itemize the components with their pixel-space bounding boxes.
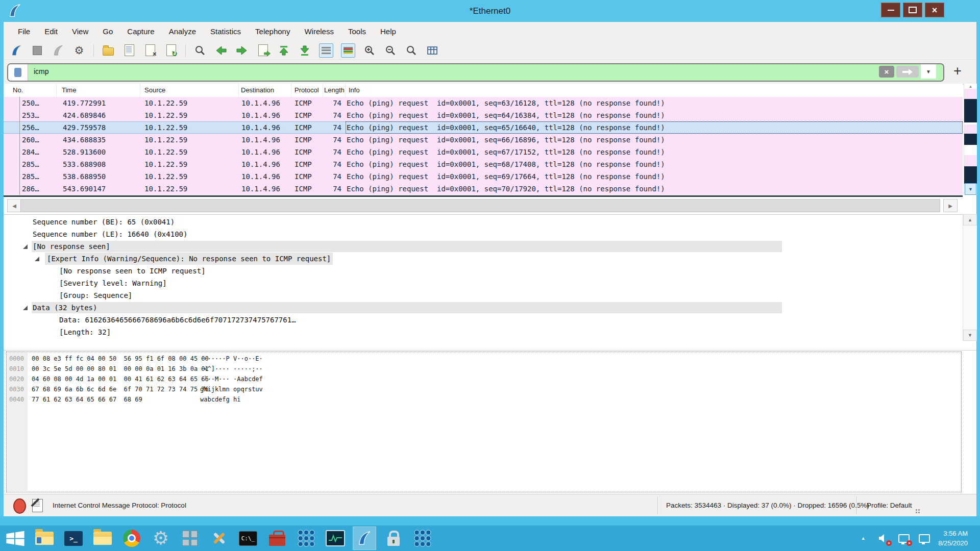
menu-capture[interactable]: Capture <box>120 22 161 41</box>
maximize-button[interactable] <box>903 3 922 17</box>
taskbar-registry-editor-icon[interactable] <box>179 527 201 549</box>
volume-muted-icon[interactable]: × <box>877 532 890 545</box>
taskbar-chrome-icon[interactable] <box>120 527 143 549</box>
column-header-source[interactable]: Source <box>140 84 239 97</box>
column-header-time[interactable]: Time <box>57 84 140 97</box>
menu-analyze[interactable]: Analyze <box>162 22 203 41</box>
zoom-in-icon[interactable] <box>363 44 376 57</box>
first-packet-icon[interactable] <box>277 44 290 57</box>
filter-apply-icon[interactable] <box>896 66 919 78</box>
detail-line[interactable]: Sequence number (LE): 16640 (0x4100) <box>4 228 963 240</box>
column-header-destination[interactable]: Destination <box>239 84 291 97</box>
detail-line[interactable]: [Expert Info (Warning/Sequence): No resp… <box>4 253 963 265</box>
close-button[interactable]: × <box>925 3 944 17</box>
taskbar-toolbox-icon[interactable] <box>266 527 288 549</box>
column-header-info[interactable]: Info <box>346 84 963 97</box>
reload-file-icon[interactable]: ↻ <box>164 44 178 57</box>
taskbar-command-prompt-icon[interactable]: C:\_ <box>237 527 259 549</box>
packet-row[interactable]: 253…424.68984610.1.22.5910.1.4.96ICMP74E… <box>4 109 963 121</box>
packet-row[interactable]: 286…543.69014710.1.22.5910.1.4.96ICMP74E… <box>4 183 963 195</box>
start-button[interactable] <box>4 527 27 549</box>
detail-line[interactable]: [No response seen] <box>4 240 963 253</box>
expander-icon[interactable] <box>23 306 28 310</box>
detail-line[interactable]: [Group: Sequence] <box>4 289 963 302</box>
taskbar-clock[interactable]: 3:56 AM 8/25/2020 <box>938 529 973 548</box>
packet-row[interactable]: 250…419.77299110.1.22.5910.1.4.96ICMP74E… <box>4 97 963 109</box>
network-disconnected-icon[interactable]: × <box>897 532 911 545</box>
minimize-button[interactable] <box>881 3 900 17</box>
menu-wireless[interactable]: Wireless <box>297 22 341 41</box>
restart-capture-icon[interactable] <box>52 44 65 57</box>
packet-list-scrollbar[interactable]: ▲ ▼ <box>964 84 977 195</box>
column-header-length[interactable]: Length <box>323 84 346 97</box>
hex-row[interactable]: 000000 08 e3 ff fc 04 00 50 56 95 f1 6f … <box>4 354 976 364</box>
detail-scrollbar[interactable]: ▲ ▼ <box>963 214 977 341</box>
packet-row[interactable]: 284…528.91360010.1.22.5910.1.4.96ICMP74E… <box>4 146 963 158</box>
packet-row[interactable]: 260…434.68883510.1.22.5910.1.4.96ICMP74E… <box>4 134 963 146</box>
taskbar-app-grid-2-icon[interactable] <box>411 527 434 549</box>
next-packet-icon[interactable] <box>235 44 249 57</box>
taskbar-app-grid-icon[interactable] <box>295 527 317 549</box>
last-packet-icon[interactable] <box>298 44 311 57</box>
menu-edit[interactable]: Edit <box>37 22 65 41</box>
scroll-up-icon[interactable]: ▲ <box>964 84 977 89</box>
display-filter-input[interactable]: icmp × ▼ <box>7 63 944 82</box>
hscroll-thumb[interactable] <box>20 199 940 212</box>
stop-capture-icon[interactable] <box>31 44 44 57</box>
find-packet-icon[interactable] <box>193 44 207 57</box>
taskbar-powershell-icon[interactable]: >_ <box>62 527 85 549</box>
menu-go[interactable]: Go <box>95 22 120 41</box>
detail-line[interactable]: [Length: 32] <box>4 326 963 338</box>
taskbar-performance-monitor-icon[interactable] <box>324 527 347 549</box>
detail-line[interactable]: [No response seen to ICMP request] <box>4 265 963 277</box>
packet-row[interactable]: 256…429.75957810.1.22.5910.1.4.96ICMP74E… <box>4 121 963 134</box>
filter-value[interactable]: icmp <box>34 64 49 79</box>
packet-row[interactable]: 285…533.68890810.1.22.5910.1.4.96ICMP74E… <box>4 158 963 170</box>
hex-row[interactable]: 002004 60 08 00 4d 1a 00 01 00 41 61 62 … <box>4 374 976 384</box>
filter-dropdown-icon[interactable]: ▼ <box>921 64 936 79</box>
column-header-protocol[interactable]: Protocol <box>291 84 323 97</box>
save-file-icon[interactable] <box>122 44 136 57</box>
taskbar-folder-icon[interactable] <box>91 527 114 549</box>
colorize-packets-icon[interactable] <box>341 43 355 58</box>
menu-view[interactable]: View <box>65 22 95 41</box>
detail-line[interactable]: Data: 6162636465666768696a6b6c6d6e6f7071… <box>4 314 963 326</box>
go-to-packet-icon[interactable] <box>256 44 270 57</box>
detail-line[interactable]: Sequence number (BE): 65 (0x0041) <box>4 216 963 228</box>
show-hidden-icons-icon[interactable]: ▲ <box>856 532 870 545</box>
scroll-left-icon[interactable]: ◀ <box>7 199 21 212</box>
close-file-icon[interactable]: × <box>143 44 157 57</box>
menu-help[interactable]: Help <box>373 22 403 41</box>
hex-row[interactable]: 004077 61 62 63 64 65 66 67 68 69wabcdef… <box>4 394 976 405</box>
zoom-reset-icon[interactable] <box>405 44 418 57</box>
scroll-right-icon[interactable]: ▶ <box>943 199 958 212</box>
display-icon[interactable] <box>918 532 931 545</box>
menu-statistics[interactable]: Statistics <box>203 22 248 41</box>
expander-icon[interactable] <box>35 257 39 261</box>
resize-columns-icon[interactable] <box>426 44 439 57</box>
add-filter-button[interactable]: + <box>949 62 966 80</box>
zoom-out-icon[interactable] <box>384 44 397 57</box>
auto-scroll-icon[interactable] <box>319 43 333 58</box>
resize-grip[interactable] <box>915 509 920 514</box>
scroll-up-icon[interactable]: ▲ <box>963 214 977 226</box>
taskbar-lock-app-icon[interactable] <box>382 527 405 549</box>
column-header-no[interactable]: No. <box>4 84 57 97</box>
menu-tools[interactable]: Tools <box>341 22 373 41</box>
packet-list-hscrollbar[interactable]: ◀ ▶ <box>4 199 963 212</box>
start-capture-icon[interactable] <box>10 44 23 57</box>
capture-options-icon[interactable]: ⚙ <box>72 44 86 57</box>
packet-row[interactable]: 285…538.68895010.1.22.5910.1.4.96ICMP74E… <box>4 170 963 183</box>
scroll-down-icon[interactable]: ▼ <box>963 330 977 341</box>
filter-bookmark-icon[interactable] <box>8 64 28 81</box>
status-profile[interactable]: Profile: Default <box>867 494 912 517</box>
hex-row[interactable]: 003067 68 69 6a 6b 6c 6d 6e 6f 70 71 72 … <box>4 384 976 394</box>
detail-line[interactable]: Data (32 bytes) <box>4 302 963 314</box>
scroll-down-icon[interactable]: ▼ <box>965 183 976 195</box>
filter-clear-icon[interactable]: × <box>879 66 894 78</box>
taskbar-admin-tools-icon[interactable] <box>208 527 230 549</box>
detail-line[interactable]: [Severity level: Warning] <box>4 277 963 289</box>
taskbar-wireshark-icon[interactable] <box>353 527 376 549</box>
menu-telephony[interactable]: Telephony <box>248 22 297 41</box>
hex-row[interactable]: 001000 3c 5e 5d 00 00 80 01 00 00 0a 01 … <box>4 364 976 374</box>
